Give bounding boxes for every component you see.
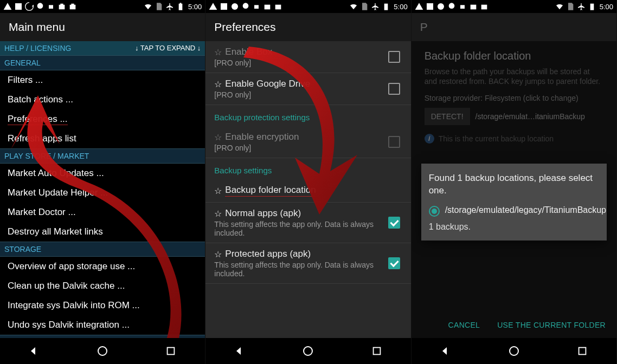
nav-bar (412, 338, 616, 364)
menu-destroy[interactable]: Destroy all Market links (0, 222, 205, 242)
svg-point-10 (448, 3, 454, 9)
nav-bar (205, 338, 410, 364)
pref-backup-folder[interactable]: ☆Backup folder location (205, 179, 410, 203)
checkbox-checked[interactable] (388, 257, 400, 269)
cancel-button[interactable]: CANCEL (446, 315, 483, 335)
battery-icon (382, 2, 390, 11)
warning-icon (3, 2, 12, 11)
svg-point-4 (232, 3, 238, 10)
star-icon: ☆ (214, 209, 222, 219)
pref-normal-apps[interactable]: ☆Normal apps (apk) This setting affects … (205, 203, 410, 243)
airplane-icon (577, 2, 586, 11)
battery-icon (588, 2, 596, 11)
pref-enable-gdrive[interactable]: ☆Enable Google Drive [PRO only] (205, 73, 410, 105)
section-playstore: PLAY STORE / MARKET (0, 148, 205, 164)
svg-rect-6 (254, 5, 259, 9)
status-bar: 5:00 (412, 0, 616, 13)
nav-back-icon[interactable] (229, 340, 250, 362)
panel-backup-folder: 5:00 P Backup folder location Browse to … (412, 0, 617, 364)
group-protection: Backup protection settings (205, 105, 410, 126)
menu-doctor[interactable]: Market Doctor ... (0, 203, 205, 222)
pref-title-label: Enable Google Drive (225, 79, 310, 89)
skull-icon (241, 2, 250, 11)
nav-home-icon[interactable] (503, 340, 525, 362)
radio-option[interactable]: /storage/emulated/legacy/TitaniumBackup (429, 205, 599, 217)
menu-dalvik-integrate[interactable]: Integrate sys Dalvik into ROM ... (0, 296, 205, 315)
section-import: IMPORT / EXPORT (0, 335, 205, 338)
nav-recent-icon[interactable] (160, 340, 182, 362)
star-icon: ☆ (214, 47, 222, 57)
svg-point-12 (510, 347, 518, 355)
dialog-actions: CANCEL USE THE CURRENT FOLDER (446, 315, 608, 335)
image-icon (14, 2, 23, 11)
svg-point-0 (37, 3, 43, 9)
section-general: GENERAL (0, 55, 205, 70)
app-bar-title: Preferences (205, 13, 410, 41)
shop-icon (469, 2, 478, 11)
menu-batch[interactable]: Batch actions ... (0, 90, 205, 109)
skull-icon (36, 2, 44, 11)
clock: 5:00 (188, 3, 202, 11)
pref-sub-label: This setting affects the app only. Data … (214, 261, 388, 278)
panel-main-menu: 5:00 Main menu HELP / LICENSING ↓ TAP TO… (0, 0, 205, 364)
pref-protected-apps[interactable]: ☆Protected apps (apk) This setting affec… (205, 243, 410, 284)
star-icon: ☆ (214, 132, 222, 142)
pref-sub-label: [PRO only] (214, 144, 388, 152)
svg-point-5 (243, 3, 249, 9)
pref-title-label: Protected apps (apk) (225, 249, 311, 259)
nav-home-icon[interactable] (297, 340, 319, 362)
nav-recent-icon[interactable] (366, 340, 388, 362)
svg-point-7 (304, 347, 312, 355)
airplane-icon (165, 2, 174, 11)
menu-update-helper[interactable]: Market Update Helper ... (0, 183, 205, 203)
shop2-icon (274, 2, 282, 11)
checkbox (388, 136, 400, 148)
nav-recent-icon[interactable] (571, 340, 593, 362)
pref-enable-encryption: ☆Enable encryption [PRO only] (205, 126, 410, 158)
tap-expand-label: ↓ TAP TO EXPAND ↓ (135, 44, 201, 53)
panel-preferences: 5:00 Preferences ☆Enable Box [PRO only] … (205, 0, 411, 364)
found-backups-popup: Found 1 backup locations, please select … (421, 164, 607, 240)
menu-dalvik-clean[interactable]: Clean up the Dalvik cache ... (0, 276, 205, 296)
nav-back-icon[interactable] (435, 340, 457, 362)
warning-icon (209, 2, 217, 11)
app-bar-title: Main menu (0, 13, 205, 41)
use-current-button[interactable]: USE THE CURRENT FOLDER (495, 315, 608, 335)
battery-icon (176, 2, 185, 11)
menu-dalvik-undo[interactable]: Undo sys Dalvik integration ... (0, 315, 205, 335)
backup-folder-screen: Backup folder location Browse to the pat… (412, 41, 616, 338)
checkbox-checked[interactable] (388, 217, 400, 229)
nosim-icon (566, 2, 575, 11)
checkbox[interactable] (388, 51, 400, 63)
popup-message: Found 1 backup locations, please select … (429, 172, 599, 197)
star-icon: ☆ (214, 79, 222, 89)
shop-icon (57, 2, 66, 11)
shop2-icon (480, 2, 489, 11)
group-backup: Backup settings (205, 158, 410, 179)
nosim-icon (155, 2, 163, 11)
nav-back-icon[interactable] (23, 340, 45, 362)
pref-title-label: Enable encryption (225, 132, 299, 142)
star-icon: ☆ (214, 249, 222, 259)
menu-storage-overview[interactable]: Overview of app storage use ... (0, 257, 205, 276)
section-storage: STORAGE (0, 242, 205, 257)
svg-rect-13 (579, 348, 586, 355)
shop-icon (263, 2, 272, 11)
pref-title-label: Backup folder location (225, 185, 316, 197)
help-licensing-row[interactable]: HELP / LICENSING ↓ TAP TO EXPAND ↓ (0, 41, 205, 55)
pref-enable-box[interactable]: ☆Enable Box [PRO only] (205, 41, 410, 73)
menu-refresh[interactable]: Refresh apps list (0, 129, 205, 148)
nav-home-icon[interactable] (92, 340, 113, 362)
menu-filters[interactable]: Filters ... (0, 70, 205, 90)
menu-auto-updates[interactable]: Market Auto Updates ... (0, 164, 205, 183)
radio-selected-icon[interactable] (429, 206, 440, 217)
warning-icon (415, 2, 423, 11)
preferences-list[interactable]: ☆Enable Box [PRO only] ☆Enable Google Dr… (205, 41, 410, 338)
checkbox[interactable] (388, 83, 400, 95)
image-icon (426, 2, 434, 11)
pref-title-label: Enable Box (225, 47, 272, 57)
backups-count: 1 backups. (429, 222, 599, 232)
help-label: HELP / LICENSING (4, 44, 71, 53)
svg-rect-1 (49, 5, 53, 9)
menu-preferences[interactable]: Preferences ... (0, 109, 205, 129)
